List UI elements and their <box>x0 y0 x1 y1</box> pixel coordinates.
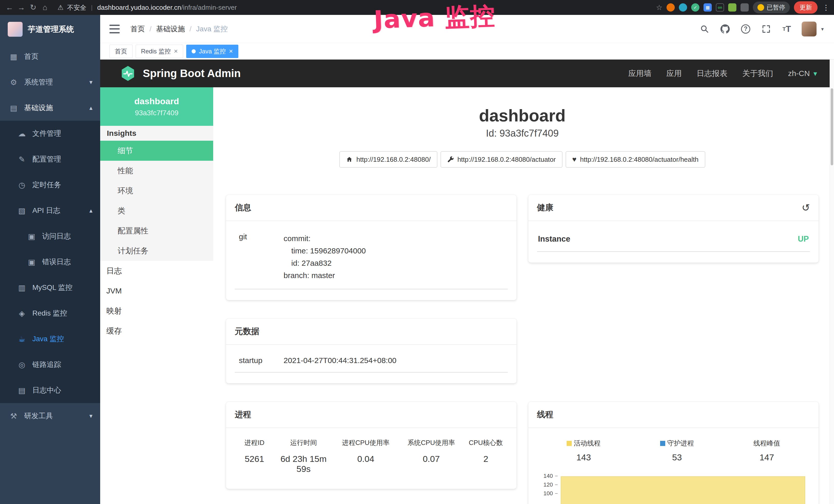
browser-forward-icon[interactable]: → <box>16 0 27 15</box>
sba-language-select[interactable]: zh-CN ▾ <box>788 69 817 78</box>
sba-side-item-metrics[interactable]: 性能 <box>100 161 213 181</box>
sba-side-item-config-props[interactable]: 配置属性 <box>100 221 213 241</box>
git-info-row: git commit: time: 1596289704000 id: 27aa… <box>235 229 508 289</box>
extension-icon-grid[interactable]: ▦ <box>704 3 712 12</box>
breadcrumb-home[interactable]: 首页 <box>130 24 145 34</box>
chevron-down-icon: ▾ <box>89 78 92 86</box>
process-value-pid: 5261 <box>235 454 274 474</box>
fullscreen-icon[interactable] <box>761 23 772 35</box>
page-scrollbar[interactable] <box>830 60 834 504</box>
sba-header: Spring Boot Admin 应用墙 应用 日志报表 关于我们 zh-CN… <box>100 60 834 87</box>
sidebar-item-label: Java 监控 <box>32 334 64 344</box>
browser-back-icon[interactable]: ← <box>4 0 16 15</box>
extension-icon-fox[interactable] <box>666 3 675 12</box>
paused-badge[interactable]: 已暂停 <box>753 2 790 13</box>
info-card-header: 信息 <box>226 195 517 221</box>
home-icon <box>346 156 353 163</box>
browser-home-icon[interactable]: ⌂ <box>39 0 51 15</box>
extension-icon-vue[interactable]: ✓ <box>691 3 699 12</box>
legend-value: 53 <box>660 452 694 462</box>
sba-instance-block[interactable]: dashboard 93a3fc7f7409 <box>100 87 213 126</box>
process-value-uptime: 6d 23h 15m 59s <box>274 454 333 474</box>
sidebar-item-system-management[interactable]: ⚙ 系统管理 ▾ <box>0 69 100 95</box>
app-frame: 芋道管理系统 ▦ 首页 ⚙ 系统管理 ▾ ▤ 基础设施 ▴ <box>0 15 834 504</box>
sba-side-item-environment[interactable]: 环境 <box>100 181 213 201</box>
font-size-icon[interactable]: TT <box>781 23 792 35</box>
breadcrumb-infrastructure[interactable]: 基础设施 <box>156 24 185 34</box>
sba-nav-wallboard[interactable]: 应用墙 <box>628 68 651 79</box>
main-sidebar: 芋道管理系统 ▦ 首页 ⚙ 系统管理 ▾ ▤ 基础设施 ▴ <box>0 15 100 504</box>
sidebar-item-file-management[interactable]: ☁ 文件管理 <box>0 121 100 146</box>
sidebar-item-access-logs[interactable]: ▣ 访问日志 <box>0 223 100 249</box>
security-chip[interactable]: 不安全 <box>67 3 86 12</box>
extension-icon-switch[interactable]: on <box>716 3 724 12</box>
close-icon[interactable]: × <box>174 47 178 55</box>
health-instance-row: Instance UP <box>537 229 810 252</box>
sba-side-item-caches[interactable]: 缓存 <box>100 321 213 341</box>
sidebar-item-scheduled-tasks[interactable]: ◷ 定时任务 <box>0 172 100 198</box>
live-threads-area <box>561 476 806 504</box>
service-url-button[interactable]: http://192.168.0.2:48080/ <box>339 151 437 168</box>
sidebar-item-dev-tools[interactable]: ⚒ 研发工具 ▾ <box>0 403 100 429</box>
address-bar[interactable]: ⚠ 不安全 | dashboard.yudao.iocoder.cn/infra… <box>58 3 656 12</box>
service-url: http://192.168.0.2:48080/ <box>356 156 431 164</box>
extension-icon-leaf[interactable] <box>728 3 737 12</box>
url-path: /infra/admin-server <box>181 4 237 11</box>
java-monitor-icon: ☕ <box>17 335 27 344</box>
sidebar-item-redis-monitor[interactable]: ◈ Redis 监控 <box>0 300 100 326</box>
process-value-system-cpu: 0.07 <box>399 454 464 474</box>
address-divider: | <box>91 4 92 11</box>
error-log-icon: ▣ <box>27 257 37 267</box>
sba-side-item-logs[interactable]: 日志 <box>100 261 213 281</box>
sba-side-item-details[interactable]: 细节 <box>100 141 213 161</box>
sba-side-item-classes[interactable]: 类 <box>100 201 213 221</box>
health-url-button[interactable]: ♥ http://192.168.0.2:48080/actuator/heal… <box>566 151 705 168</box>
app-title: 芋道管理系统 <box>28 24 74 35</box>
avatar-caret-icon[interactable]: ▾ <box>821 26 824 32</box>
breadcrumb-separator: / <box>150 25 152 33</box>
tab-home[interactable]: 首页 <box>109 45 133 58</box>
sidebar-item-link-tracing[interactable]: ◎ 链路追踪 <box>0 352 100 377</box>
instance-id: Id: 93a3fc7f7409 <box>226 128 818 139</box>
github-icon[interactable] <box>720 23 731 35</box>
sba-nav-journal[interactable]: 日志报表 <box>697 68 727 79</box>
sba-nav-applications[interactable]: 应用 <box>666 68 682 79</box>
close-icon[interactable]: × <box>229 47 233 55</box>
sba-side-item-mappings[interactable]: 映射 <box>100 301 213 321</box>
sba-side-item-scheduled-tasks[interactable]: 计划任务 <box>100 241 213 261</box>
browser-refresh-icon[interactable]: ↻ <box>27 0 39 15</box>
actuator-url-button[interactable]: http://192.168.0.2:48080/actuator <box>440 151 563 168</box>
warning-icon: ⚠ <box>58 4 63 12</box>
sba-title: Spring Boot Admin <box>143 67 241 79</box>
tab-redis-monitor[interactable]: Redis 监控 × <box>136 45 183 58</box>
extensions-menu-icon[interactable] <box>741 3 749 12</box>
sidebar-item-mysql-monitor[interactable]: ▥ MySQL 监控 <box>0 275 100 300</box>
sidebar-item-home[interactable]: ▦ 首页 <box>0 44 100 69</box>
sidebar-item-api-logs[interactable]: ▧ API 日志 ▴ <box>0 198 100 223</box>
hamburger-icon[interactable] <box>109 25 120 33</box>
process-card-title: 进程 <box>235 409 251 420</box>
sidebar-item-error-logs[interactable]: ▣ 错误日志 <box>0 249 100 275</box>
app-logo[interactable]: 芋道管理系统 <box>0 15 100 44</box>
sidebar-item-java-monitor[interactable]: ☕ Java 监控 <box>0 326 100 352</box>
sidebar-item-config-management[interactable]: ✎ 配置管理 <box>0 146 100 172</box>
search-icon[interactable] <box>699 23 710 35</box>
cloud-file-icon: ☁ <box>17 129 27 138</box>
address-url[interactable]: dashboard.yudao.iocoder.cn/infra/admin-s… <box>97 4 237 12</box>
user-avatar[interactable] <box>802 22 816 37</box>
sba-side-item-jvm[interactable]: JVM <box>100 281 213 301</box>
extension-icon-drop[interactable] <box>679 3 687 12</box>
history-icon[interactable]: ↺ <box>802 203 810 212</box>
update-button[interactable]: 更新 <box>794 1 817 14</box>
paused-label: 已暂停 <box>767 3 785 12</box>
browser-menu-icon[interactable]: ⋮ <box>822 3 830 12</box>
sba-nav-about[interactable]: 关于我们 <box>742 68 773 79</box>
sidebar-item-infrastructure[interactable]: ▤ 基础设施 ▴ <box>0 95 100 121</box>
startup-key: startup <box>235 356 284 365</box>
metadata-card-header: 元数据 <box>226 319 517 345</box>
tab-java-monitor[interactable]: Java 监控 × <box>186 45 238 58</box>
scrollbar-thumb[interactable] <box>831 88 833 165</box>
sidebar-item-log-center[interactable]: ▤ 日志中心 <box>0 377 100 403</box>
bookmark-star-icon[interactable]: ☆ <box>656 3 662 12</box>
help-icon[interactable]: ? <box>740 23 751 35</box>
